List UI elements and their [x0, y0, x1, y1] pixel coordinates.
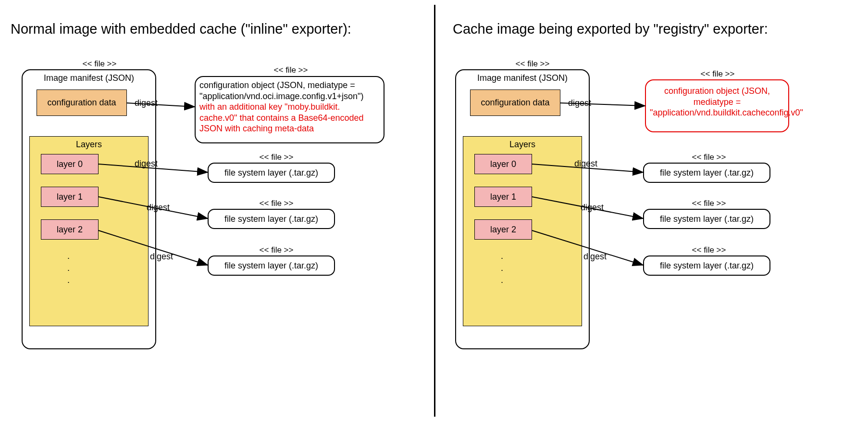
layer-1-chip: layer 1 — [474, 187, 532, 207]
digest-label: digest — [581, 203, 604, 213]
digest-label: digest — [574, 159, 597, 169]
layer-ellipsis: ... — [67, 250, 70, 287]
config-data-chip: configuration data — [470, 89, 560, 116]
fs-layer-box-0: file system layer (.tar.gz) — [208, 163, 335, 183]
config-object-text: configuration object (JSON, mediatype = … — [195, 76, 384, 138]
file-stereotype: << file >> — [250, 65, 332, 75]
manifest-label: Image manifest (JSON) — [22, 73, 156, 83]
layer-1-chip: layer 1 — [41, 187, 99, 207]
fs-layer-box-1: file system layer (.tar.gz) — [208, 209, 335, 229]
config-data-chip: configuration data — [37, 89, 127, 116]
fs-layer-box-0: file system layer (.tar.gz) — [643, 163, 770, 183]
file-stereotype: << file >> — [59, 59, 140, 69]
layer-2-chip: layer 2 — [41, 219, 99, 240]
vertical-divider — [434, 5, 435, 417]
layer-2-chip: layer 2 — [474, 219, 532, 240]
file-stereotype: << file >> — [236, 153, 317, 162]
digest-label: digest — [583, 252, 607, 262]
file-stereotype: << file >> — [668, 153, 750, 162]
digest-label: digest — [135, 159, 158, 169]
layer-ellipsis: ... — [501, 250, 503, 287]
digest-label: digest — [135, 98, 158, 108]
right-title: Cache image being exported by "registry"… — [453, 21, 837, 37]
layer-0-chip: layer 0 — [41, 154, 99, 174]
file-stereotype: << file >> — [236, 245, 317, 255]
config-object-text-red: configuration object (JSON, mediatype = … — [645, 82, 789, 122]
digest-label: digest — [147, 203, 170, 213]
file-stereotype: << file >> — [492, 59, 573, 69]
fs-layer-box-2: file system layer (.tar.gz) — [643, 255, 770, 276]
left-title: Normal image with embedded cache ("inlin… — [11, 21, 395, 37]
manifest-label: Image manifest (JSON) — [455, 73, 590, 83]
file-stereotype: << file >> — [668, 199, 750, 208]
layer-0-chip: layer 0 — [474, 154, 532, 174]
digest-label: digest — [150, 252, 173, 262]
layers-label: Layers — [29, 140, 149, 150]
fs-layer-box-2: file system layer (.tar.gz) — [208, 255, 335, 276]
file-stereotype: << file >> — [668, 245, 750, 255]
digest-label: digest — [568, 98, 591, 108]
layers-label: Layers — [463, 140, 582, 150]
fs-layer-box-1: file system layer (.tar.gz) — [643, 209, 770, 229]
file-stereotype: << file >> — [236, 199, 317, 208]
file-stereotype: << file >> — [677, 69, 758, 79]
